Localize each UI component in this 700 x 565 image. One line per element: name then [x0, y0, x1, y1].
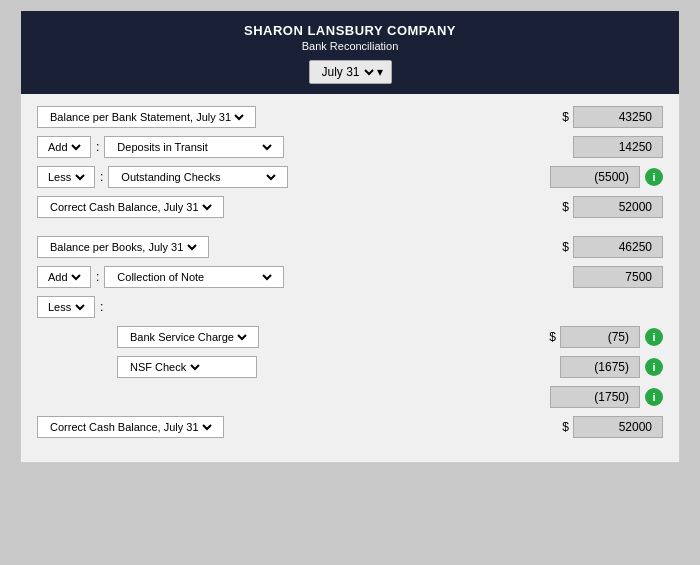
bank-charge-label-box[interactable]: Bank Service Charge	[117, 326, 259, 348]
colon4: :	[100, 300, 103, 314]
correct-bank-row: Correct Cash Balance, July 31 $ 52000	[37, 196, 663, 218]
colon1: :	[96, 140, 99, 154]
books-balance-label-box[interactable]: Balance per Books, July 31	[37, 236, 209, 258]
correct-bank-select[interactable]: Correct Cash Balance, July 31	[46, 200, 215, 214]
correct-bank-value: 52000	[573, 196, 663, 218]
add-select-box[interactable]: Add	[37, 136, 91, 158]
checks-value: (5500)	[550, 166, 640, 188]
less-books-select-box[interactable]: Less	[37, 296, 95, 318]
books-balance-value: 46250	[573, 236, 663, 258]
date-dropdown[interactable]: July 31 ▾	[309, 60, 392, 84]
less-select[interactable]: Less	[44, 170, 88, 184]
total-less-row: (1750) i	[37, 386, 663, 408]
bank-charge-dollar: $	[549, 330, 556, 344]
bank-charge-value: (75)	[560, 326, 640, 348]
nsf-value: (1675)	[560, 356, 640, 378]
deposits-value: 14250	[573, 136, 663, 158]
company-name: SHARON LANSBURY COMPANY	[31, 23, 669, 38]
date-select[interactable]: July 31	[318, 64, 377, 80]
deposits-label-box[interactable]: Deposits in Transit	[104, 136, 284, 158]
bank-balance-label-box[interactable]: Balance per Bank Statement, July 31	[37, 106, 256, 128]
bank-charge-info-button[interactable]: i	[645, 328, 663, 346]
correct-bank-dollar: $	[562, 200, 569, 214]
books-balance-row: Balance per Books, July 31 $ 46250	[37, 236, 663, 258]
collection-label-box[interactable]: Collection of Note	[104, 266, 284, 288]
nsf-info-button[interactable]: i	[645, 358, 663, 376]
bank-charge-row: Bank Service Charge $ (75) i	[37, 326, 663, 348]
nsf-check-row: NSF Check (1675) i	[37, 356, 663, 378]
checks-label-box[interactable]: Outstanding Checks	[108, 166, 288, 188]
total-less-value: (1750)	[550, 386, 640, 408]
bank-dollar-sign: $	[562, 110, 569, 124]
correct-books-dollar: $	[562, 420, 569, 434]
header: SHARON LANSBURY COMPANY Bank Reconciliat…	[21, 11, 679, 94]
less-books-row: Less :	[37, 296, 663, 318]
correct-books-label-box[interactable]: Correct Cash Balance, July 31	[37, 416, 224, 438]
add-collection-row: Add : Collection of Note 7500	[37, 266, 663, 288]
checks-info-button[interactable]: i	[645, 168, 663, 186]
add-collection-select[interactable]: Add	[44, 270, 84, 284]
total-less-info-button[interactable]: i	[645, 388, 663, 406]
bank-charge-select[interactable]: Bank Service Charge	[126, 330, 250, 344]
colon2: :	[100, 170, 103, 184]
add-deposits-row: Add : Deposits in Transit 14250	[37, 136, 663, 158]
correct-books-value: 52000	[573, 416, 663, 438]
bank-balance-value: 43250	[573, 106, 663, 128]
bank-balance-row: Balance per Bank Statement, July 31 $ 43…	[37, 106, 663, 128]
colon3: :	[96, 270, 99, 284]
less-books-select[interactable]: Less	[44, 300, 88, 314]
deposits-select[interactable]: Deposits in Transit	[113, 140, 275, 154]
checks-select[interactable]: Outstanding Checks	[117, 170, 279, 184]
correct-books-select[interactable]: Correct Cash Balance, July 31	[46, 420, 215, 434]
collection-value: 7500	[573, 266, 663, 288]
body: Balance per Bank Statement, July 31 $ 43…	[21, 94, 679, 462]
correct-bank-label-box[interactable]: Correct Cash Balance, July 31	[37, 196, 224, 218]
add-select[interactable]: Add	[44, 140, 84, 154]
add-collection-select-box[interactable]: Add	[37, 266, 91, 288]
less-checks-row: Less : Outstanding Checks (5500) i	[37, 166, 663, 188]
collection-select[interactable]: Collection of Note	[113, 270, 275, 284]
nsf-label-box[interactable]: NSF Check	[117, 356, 257, 378]
nsf-select[interactable]: NSF Check	[126, 360, 203, 374]
page-subtitle: Bank Reconciliation	[31, 40, 669, 52]
bank-balance-select[interactable]: Balance per Bank Statement, July 31	[46, 110, 247, 124]
correct-books-row: Correct Cash Balance, July 31 $ 52000	[37, 416, 663, 438]
less-select-box[interactable]: Less	[37, 166, 95, 188]
main-container: SHARON LANSBURY COMPANY Bank Reconciliat…	[20, 10, 680, 463]
books-balance-select[interactable]: Balance per Books, July 31	[46, 240, 200, 254]
books-dollar-sign: $	[562, 240, 569, 254]
